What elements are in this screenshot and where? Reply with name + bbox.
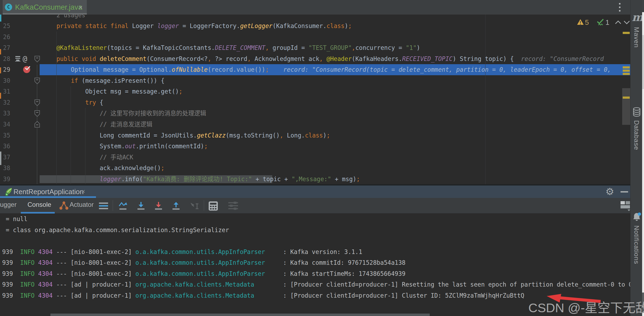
tool-stripe-maven[interactable]: Maven (633, 27, 640, 48)
layout-icon[interactable] (620, 201, 631, 211)
tool-stripe-notifications[interactable]: Notifications (633, 225, 640, 264)
close-icon[interactable]: × (81, 188, 85, 195)
filter-sliders-icon[interactable] (228, 201, 239, 211)
scroll-down-icon[interactable] (118, 201, 128, 211)
run-toolbar: ugger Console Actuator (0, 198, 630, 214)
run-tab-underline (0, 196, 96, 198)
tab-console[interactable]: Console (27, 201, 51, 208)
annotation-gutter-icon[interactable]: @ (23, 54, 27, 63)
red-arrow-annotation (520, 291, 604, 307)
close-icon[interactable]: × (79, 4, 83, 11)
soft-wrap-icon[interactable] (99, 202, 108, 209)
kafka-listener-icon[interactable] (15, 56, 21, 62)
check-icon (596, 18, 604, 26)
minimize-icon[interactable] (621, 191, 628, 193)
error-stripe-mark[interactable] (623, 73, 630, 75)
passed-count: 1 (605, 18, 609, 27)
notifications-bell-icon[interactable] (632, 212, 642, 222)
warning-count: 5 (585, 18, 589, 27)
editor-tab-bar: C KafkaConsumer.java × (0, 0, 630, 15)
editor-tab-title[interactable]: KafkaConsumer.java (15, 3, 82, 12)
chevron-down-icon[interactable] (623, 20, 630, 25)
console-text: = null = class org.apache.kafka.common.s… (2, 214, 630, 301)
run-tab-title[interactable]: RentReportApplication (13, 188, 84, 196)
horizontal-scrollbar-thumb[interactable] (50, 314, 430, 316)
chevron-up-icon[interactable] (615, 20, 622, 25)
gear-icon[interactable]: ⚙ (605, 186, 614, 197)
window-edge (642, 0, 644, 316)
toolbar-separator (204, 200, 204, 211)
kebab-menu-icon[interactable] (619, 3, 621, 5)
error-stripe-mark[interactable] (623, 66, 630, 68)
calculator-icon[interactable] (208, 201, 218, 211)
maven-logo-icon[interactable]: m (632, 11, 643, 23)
kebab-menu-icon (619, 10, 621, 12)
editor-scrollbar-thumb[interactable] (622, 88, 630, 125)
database-icon[interactable] (632, 107, 641, 118)
actuator-icon (59, 201, 69, 211)
line-numbers: 25 26 27 28 29 30 31 32 33 34 35 36 37 3… (0, 15, 10, 184)
spring-boot-icon (4, 187, 13, 196)
java-class-icon: C (5, 4, 12, 11)
fold-marker[interactable] (34, 99, 40, 106)
code-text: 2 usages private static final Logger log… (42, 15, 611, 184)
fold-marker-end[interactable] (34, 121, 40, 128)
up-arrow-icon[interactable] (171, 201, 181, 211)
disabled-cursor-icon[interactable] (190, 201, 200, 211)
down-arrow-icon[interactable] (136, 201, 146, 211)
warning-icon (577, 19, 584, 25)
kebab-menu-icon (619, 6, 621, 8)
error-stripe-mark[interactable] (623, 32, 630, 34)
error-stripe-mark[interactable] (623, 97, 630, 99)
tab-actuator[interactable]: Actuator (70, 201, 94, 208)
code-editor[interactable]: 25 26 27 28 29 30 31 32 33 34 35 36 37 3… (0, 15, 630, 184)
breakpoint-check-icon (25, 66, 31, 71)
tab-debugger[interactable]: ugger (0, 201, 16, 208)
editor-tab-underline (3, 13, 87, 15)
error-stripe-mark[interactable] (623, 70, 630, 72)
tool-stripe-database[interactable]: Database (633, 120, 640, 150)
fold-marker[interactable] (34, 56, 40, 63)
fold-marker[interactable] (34, 77, 40, 84)
toolbar-separator (113, 200, 113, 211)
down-arrow-red-icon[interactable] (154, 201, 164, 211)
fold-marker[interactable] (34, 110, 40, 117)
